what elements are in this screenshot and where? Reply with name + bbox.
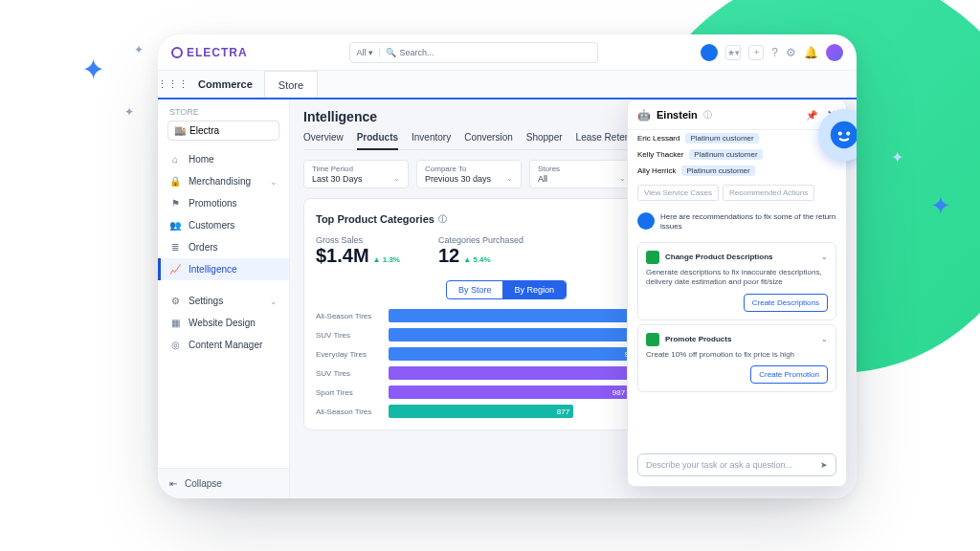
notifications-icon[interactable]: 🔔 xyxy=(804,46,818,59)
main-content: Intelligence OverviewProductsInventoryCo… xyxy=(290,99,857,498)
sidebar-section-label: STORE xyxy=(158,99,289,121)
store-picker[interactable]: 🏬 Electra xyxy=(167,121,279,141)
toggle-by-region[interactable]: By Region xyxy=(502,281,566,298)
einstein-panel: 🤖 Einstein ⓘ 📌 ✕ Eric LessardPlatinum cu… xyxy=(627,99,847,487)
subtab-inventory[interactable]: Inventory xyxy=(412,132,451,149)
sidebar: STORE 🏬 Electra ⌂Home🔒Merchandising⌄⚑Pro… xyxy=(158,99,290,498)
spark-decoration: ✦ xyxy=(81,53,105,86)
lock-icon: 🔒 xyxy=(169,176,181,187)
customer-row: Eric LessardPlatinum customer xyxy=(628,130,846,146)
chevron-down-icon: ⌄ xyxy=(270,177,278,187)
einstein-avatar-icon xyxy=(637,212,655,230)
chevron-down-icon[interactable]: ⌄ xyxy=(821,253,828,261)
send-icon[interactable]: ➤ xyxy=(820,460,828,470)
recommendation-icon xyxy=(646,333,659,346)
recommendation-icon xyxy=(646,251,659,264)
collapse-sidebar-button[interactable]: ⇤ Collapse xyxy=(158,468,289,498)
logo-icon xyxy=(171,47,183,58)
chevron-down-icon: ⌄ xyxy=(506,174,513,184)
recommendation-cta[interactable]: Create Promotion xyxy=(750,365,828,384)
global-search: All ▾ 🔍 Search... xyxy=(257,42,692,63)
spark-decoration: ✦ xyxy=(134,43,144,56)
subtab-conversion[interactable]: Conversion xyxy=(464,132,513,149)
filter-stores[interactable]: StoresAll⌄ xyxy=(529,160,635,188)
add-button[interactable]: ＋ xyxy=(748,45,764,60)
customer-row: Ally HerrickPlatinum customer xyxy=(628,163,846,179)
sidebar-item-orders[interactable]: ≣Orders xyxy=(158,236,289,258)
info-icon[interactable]: ⓘ xyxy=(438,213,447,226)
einstein-icon[interactable] xyxy=(701,44,718,61)
toggle-by-store[interactable]: By Store xyxy=(447,281,503,298)
recommended-actions-button[interactable]: Recommended Actions xyxy=(723,185,814,201)
sidebar-item-merchandising[interactable]: 🔒Merchandising⌄ xyxy=(158,170,289,192)
einstein-input[interactable]: Describe your task or ask a question... … xyxy=(637,453,836,476)
tag-icon: ⚑ xyxy=(169,198,181,209)
avatar[interactable] xyxy=(826,44,843,61)
chevron-down-icon: ⌄ xyxy=(270,297,278,306)
recommendation-cta[interactable]: Create Descriptions xyxy=(744,294,828,312)
sidebar-item-settings[interactable]: ⚙Settings⌄ xyxy=(158,290,289,312)
info-icon[interactable]: ⓘ xyxy=(703,109,712,121)
spark-decoration: ✦ xyxy=(930,191,951,221)
workspace-tabs: ⋮⋮⋮ Commerce Store xyxy=(158,71,857,99)
layout-icon: ▦ xyxy=(169,318,181,328)
subtab-products[interactable]: Products xyxy=(357,132,398,150)
sidebar-item-website-design[interactable]: ▦Website Design xyxy=(158,312,289,334)
svg-point-2 xyxy=(846,131,850,135)
sidebar-item-intelligence[interactable]: 📈Intelligence xyxy=(158,258,289,280)
doc-icon: ◎ xyxy=(169,340,181,350)
store-icon: 🏬 xyxy=(174,125,186,136)
chevron-down-icon: ⌄ xyxy=(393,174,400,184)
search-input[interactable]: 🔍 Search... xyxy=(380,48,598,57)
filter-time-period[interactable]: Time PeriodLast 30 Days⌄ xyxy=(303,160,409,188)
store-region-toggle[interactable]: By Store By Region xyxy=(446,280,567,299)
pin-icon[interactable]: 📌 xyxy=(806,110,817,121)
gear-icon: ⚙ xyxy=(169,296,181,306)
search-scope-dropdown[interactable]: All ▾ xyxy=(350,48,379,57)
favorites-button[interactable]: ★▾ xyxy=(725,45,741,60)
filter-compare-to[interactable]: Compare ToPrevious 30 days⌄ xyxy=(416,160,522,188)
settings-icon[interactable]: ⚙ xyxy=(786,46,796,59)
home-icon: ⌂ xyxy=(169,154,181,165)
subtab-shopper[interactable]: Shopper xyxy=(526,132,563,149)
customer-row: Kelly ThackerPlatinum customer xyxy=(628,146,846,163)
sidebar-item-home[interactable]: ⌂Home xyxy=(158,148,289,170)
spark-decoration: ✦ xyxy=(891,148,903,166)
tab-store[interactable]: Store xyxy=(264,71,318,98)
app-window: ELECTRA All ▾ 🔍 Search... ★▾ ＋ ? ⚙ 🔔 ⋮⋮⋮… xyxy=(158,34,857,498)
orders-icon: ≣ xyxy=(169,242,181,253)
topbar: ELECTRA All ▾ 🔍 Search... ★▾ ＋ ? ⚙ 🔔 xyxy=(158,34,857,71)
brand-logo: ELECTRA xyxy=(171,46,248,59)
sidebar-item-content-manager[interactable]: ◎Content Manager xyxy=(158,334,289,356)
search-icon: 🔍 xyxy=(386,48,396,57)
help-icon[interactable]: ? xyxy=(771,46,778,59)
sidebar-item-customers[interactable]: 👥Customers xyxy=(158,214,289,236)
einstein-robot-icon: 🤖 xyxy=(637,109,651,121)
app-name: Commerce xyxy=(187,78,264,90)
recommendation-card: Change Product Descriptions⌄Generate des… xyxy=(637,242,836,320)
collapse-icon: ⇤ xyxy=(169,478,177,489)
recommendation-card: Promote Products⌄Create 10% off promotio… xyxy=(637,324,836,392)
subtab-overview[interactable]: Overview xyxy=(303,132,344,149)
sidebar-item-promotions[interactable]: ⚑Promotions xyxy=(158,192,289,214)
chevron-down-icon: ⌄ xyxy=(619,174,626,184)
app-launcher-icon[interactable]: ⋮⋮⋮ xyxy=(158,78,187,91)
spark-decoration: ✦ xyxy=(124,105,134,119)
chevron-down-icon[interactable]: ⌄ xyxy=(821,335,828,343)
view-service-cases-button[interactable]: View Service Cases xyxy=(637,185,719,201)
users-icon: 👥 xyxy=(169,220,181,231)
chart-icon: 📈 xyxy=(169,264,181,275)
svg-point-1 xyxy=(838,131,842,135)
svg-point-0 xyxy=(831,121,857,148)
